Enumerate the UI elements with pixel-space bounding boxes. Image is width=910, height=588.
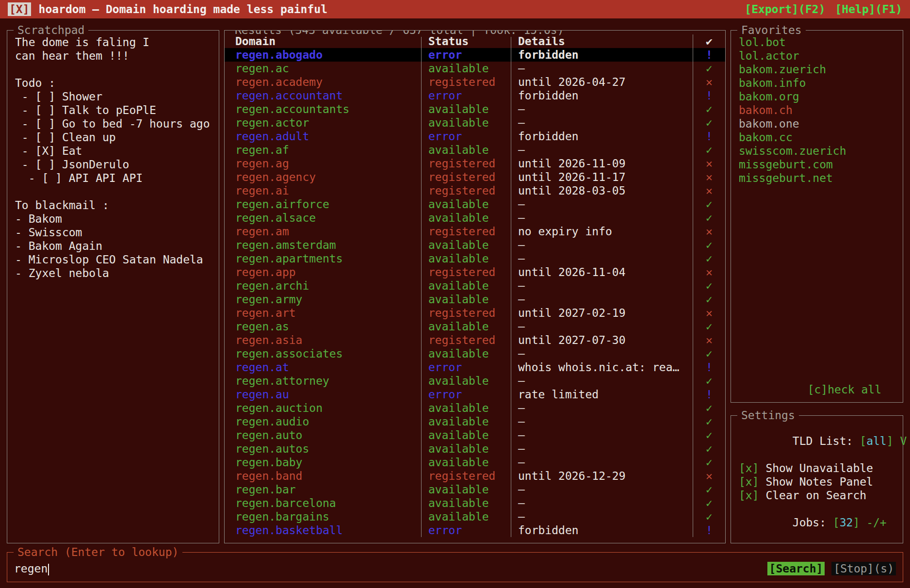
favorites-panel-title: Favorites [737,23,806,37]
favorite-item[interactable]: lol.actor [739,49,903,63]
table-row[interactable]: regen.amsterdam available – ✓ [225,238,725,252]
favorite-item[interactable]: bakom.ch [739,103,903,117]
stop-button[interactable]: [Stop](s) [831,562,896,575]
table-row[interactable]: regen.airforce available – ✓ [225,197,725,211]
table-row[interactable]: regen.bargains available – ✓ [225,510,725,523]
status-cell: available [421,483,511,496]
jobs-stepper[interactable]: Jobs: [32] -/+ [739,502,903,543]
status-mark-icon: ✓ [693,102,725,116]
table-row[interactable]: regen.accountants available – ✓ [225,102,725,116]
favorite-item[interactable]: bakom.one [739,117,903,131]
settings-checkbox[interactable]: [x] Show Unavailable [739,461,903,475]
table-row[interactable]: regen.baby available – ✓ [225,456,725,469]
check-all-button[interactable]: [c]heck all [808,383,881,396]
bracket: [ [860,435,866,447]
text-cursor [48,564,49,575]
tld-list-select[interactable]: TLD List: [all] V [739,421,903,461]
domain-cell: regen.auto [225,428,421,442]
favorite-item[interactable]: bakom.org [739,90,903,103]
status-mark-icon: ✓ [693,442,725,456]
help-button[interactable]: [Help](F1) [835,2,902,16]
table-row[interactable]: regen.alsace available – ✓ [225,211,725,225]
table-row[interactable]: regen.actor available – ✓ [225,116,725,130]
table-row[interactable]: regen.af available – ✓ [225,143,725,157]
status-cell: registered [421,469,511,483]
favorites-list: lol.bot lol.actor bakom.zuerich bakom.in… [739,35,903,185]
chevron-down-icon[interactable]: V [894,435,907,447]
table-row[interactable]: regen.auction available – ✓ [225,401,725,415]
table-row[interactable]: regen.audio available – ✓ [225,415,725,428]
status-mark-icon: ✓ [693,293,725,306]
table-row[interactable]: regen.accountant error forbidden ! [225,89,725,102]
titlebar-actions: [Export](F2) [Help](F1) [745,2,902,16]
favorite-item[interactable]: bakom.zuerich [739,63,903,76]
table-row[interactable]: regen.attorney available – ✓ [225,374,725,388]
details-cell: – [511,374,693,388]
table-row[interactable]: regen.asia registered until 2027-07-30 ✕ [225,333,725,347]
scratchpad-text[interactable]: The dome is faling I can hear them !!! T… [15,35,219,280]
table-row[interactable]: regen.ai registered until 2028-03-05 ✕ [225,184,725,197]
favorite-item[interactable]: bakom.cc [739,131,903,144]
settings-checkbox[interactable]: [x] Show Notes Panel [739,475,903,489]
export-button[interactable]: [Export](F2) [745,2,825,16]
status-mark-icon: ✓ [693,401,725,415]
table-row[interactable]: regen.apartments available – ✓ [225,252,725,265]
domain-cell: regen.auction [225,401,421,415]
favorite-item[interactable]: bakom.info [739,76,903,90]
table-row[interactable]: regen.archi available – ✓ [225,279,725,293]
status-mark-icon: ✓ [693,197,725,211]
domain-cell: regen.alsace [225,211,421,225]
status-cell: available [421,510,511,523]
table-row[interactable]: regen.au error rate limited ! [225,388,725,401]
status-cell: registered [421,225,511,238]
details-cell: – [511,62,693,75]
settings-checkbox[interactable]: [x] Clear on Search [739,489,903,502]
table-row[interactable]: regen.am registered no expiry info ✕ [225,225,725,238]
status-cell: registered [421,306,511,320]
table-row[interactable]: regen.associates available – ✓ [225,347,725,360]
status-cell: registered [421,333,511,347]
status-mark-icon: ✓ [693,374,725,388]
details-cell: forbidden [511,48,693,62]
status-cell: error [421,130,511,143]
table-row[interactable]: regen.ag registered until 2026-11-09 ✕ [225,157,725,170]
status-cell: available [421,347,511,360]
table-row[interactable]: regen.academy registered until 2026-04-2… [225,75,725,89]
close-button[interactable]: [X] [8,2,31,16]
details-cell: forbidden [511,130,693,143]
table-row[interactable]: regen.as available – ✓ [225,320,725,333]
search-area: Search (Enter to lookup) regen [Search] … [7,552,903,582]
table-row[interactable]: regen.band registered until 2026-12-29 ✕ [225,469,725,483]
favorite-item[interactable]: lol.bot [739,35,903,49]
table-row[interactable]: regen.autos available – ✓ [225,442,725,456]
tld-list-value: all [866,435,887,447]
bracket: ] [887,435,894,447]
status-cell: available [421,252,511,265]
status-mark-icon: ✓ [693,496,725,510]
table-row[interactable]: regen.app registered until 2026-11-04 ✕ [225,265,725,279]
favorite-item[interactable]: swisscom.zuerich [739,144,903,158]
table-row[interactable]: regen.abogado error forbidden ! [225,48,725,62]
table-row[interactable]: regen.at error whois whois.nic.at: rea… … [225,360,725,374]
domain-cell: regen.bar [225,483,421,496]
search-button[interactable]: [Search] [767,562,825,575]
table-row[interactable]: regen.adult error forbidden ! [225,130,725,143]
table-row[interactable]: regen.art registered until 2027-02-19 ✕ [225,306,725,320]
results-rows: regen.abogado error forbidden ! regen.ac… [225,48,725,537]
favorite-item[interactable]: missgeburt.net [739,171,903,185]
status-mark-icon: ✓ [693,415,725,428]
jobs-minus-plus-controls[interactable]: -/+ [860,516,886,529]
table-row[interactable]: regen.bar available – ✓ [225,483,725,496]
favorite-item[interactable]: missgeburt.com [739,158,903,171]
table-row[interactable]: regen.auto available – ✓ [225,428,725,442]
table-row[interactable]: regen.agency registered until 2026-11-17… [225,170,725,184]
table-row[interactable]: regen.army available – ✓ [225,293,725,306]
status-cell: available [421,401,511,415]
table-row[interactable]: regen.barcelona available – ✓ [225,496,725,510]
table-row[interactable]: regen.ac available – ✓ [225,62,725,75]
status-cell: available [421,116,511,130]
table-row[interactable]: regen.basketball error forbidden ! [225,523,725,537]
status-cell: available [421,320,511,333]
search-input[interactable]: regen [14,562,49,575]
status-mark-icon: ! [693,523,725,537]
